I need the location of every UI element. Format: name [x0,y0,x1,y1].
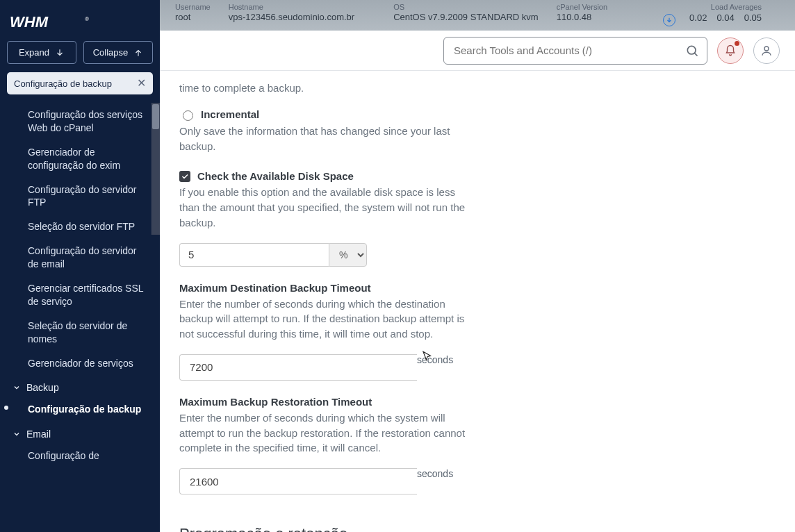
sidebar-item-service-mgr[interactable]: Gerenciador de serviços [13,351,156,376]
seconds-addon: seconds [417,468,471,494]
arrow-up-icon [133,48,143,58]
svg-text:WHM: WHM [10,13,49,31]
sidebar-item-email-server[interactable]: Configuração do servidor de email [13,239,156,276]
arrow-down-icon [55,48,65,58]
incremental-radio[interactable] [183,110,193,121]
sidebar-item-nameserver[interactable]: Seleção do servidor de nomes [13,314,156,351]
user-icon [760,44,773,57]
sidebar-item-ssl-certs[interactable]: Gerenciar certificados SSL de serviço [13,276,156,314]
status-load-averages: Load Averages 0.02 0.04 0.05 [663,3,762,25]
status-hostname: Hostname vps-123456.seudominio.com.br [229,3,354,22]
notifications-button[interactable] [717,38,744,64]
collapse-button[interactable]: Collapse [83,41,153,64]
expand-button[interactable]: Expand [7,41,76,64]
chevron-down-icon [13,430,21,438]
main-content: time to complete a backup. Incremental O… [160,71,688,532]
status-os: OS CentOS v7.9.2009 STANDARD kvm [393,3,539,22]
search-wrap [443,37,707,65]
notification-dot-icon [735,41,739,46]
dest-timeout-heading: Maximum Destination Backup Timeout [179,282,669,294]
incremental-hint: Only save the information that has chang… [179,124,478,154]
check-disk-hint: If you enable this option and the availa… [179,185,478,230]
sidebar-section-label: Email [26,429,51,440]
svg-point-2 [764,47,769,51]
dest-timeout-field: seconds [179,354,471,381]
seconds-addon: seconds [417,354,471,381]
status-strip: Username root Hostname vps-123456.seudom… [160,0,795,31]
load-15: 0.05 [744,13,762,25]
check-disk-checkbox[interactable] [179,171,190,182]
sidebar-nav: Configuração dos serviços Web do cPanel … [0,103,160,532]
sidebar-item-exim[interactable]: Gerenciador de configuração do exim [13,140,156,178]
restore-timeout-hint: Enter the number of seconds during which… [179,410,478,456]
load-down-icon [663,14,675,26]
breadcrumb-chip[interactable]: Configuração de backup ✕ [7,72,153,94]
active-dot-icon [4,406,8,410]
disk-threshold-unit[interactable]: % [329,243,367,267]
svg-point-1 [687,46,696,54]
expand-label: Expand [19,47,49,58]
restore-timeout-input[interactable] [179,468,417,494]
sidebar-item-backup-config[interactable]: Configuração de backup [13,397,156,422]
status-cpanel-version: cPanel Version 110.0.48 [557,3,607,22]
whm-logo: WHM ® [0,0,160,41]
bell-icon [724,44,737,57]
close-icon[interactable]: ✕ [137,78,146,89]
sidebar-item-ftp-config[interactable]: Configuração do servidor FTP [13,178,156,215]
sidebar-item-cpanel-web[interactable]: Configuração dos serviços Web do cPanel [13,103,156,140]
sidebar-section-email[interactable]: Email [13,422,156,444]
collapse-label: Collapse [93,47,129,58]
schedule-heading: Programação e retenção [179,525,669,532]
search-icon[interactable] [685,44,699,60]
disk-threshold-input[interactable] [179,243,329,267]
sidebar-section-backup[interactable]: Backup [13,375,156,397]
restore-timeout-field: seconds [179,468,471,494]
search-input[interactable] [443,37,707,65]
sidebar-item-ftp-select[interactable]: Seleção do servidor FTP [13,215,156,239]
restore-timeout-heading: Maximum Backup Restoration Timeout [179,396,669,408]
disk-threshold-field: % [179,243,353,267]
compressed-hint-tail: time to complete a backup. [179,81,478,96]
status-username: Username root [175,3,211,22]
load-5: 0.04 [716,13,734,25]
breadcrumb-label: Configuração de backup [14,78,112,89]
sidebar: WHM ® Expand Collapse Configuração de ba… [0,0,160,532]
dest-timeout-hint: Enter the number of seconds during which… [179,297,478,342]
check-disk-label: Check the Available Disk Space [197,170,354,182]
incremental-label: Incremental [201,108,259,120]
load-1: 0.02 [689,13,707,25]
sidebar-item-email-config[interactable]: Configuração de [13,444,156,468]
chevron-down-icon [13,383,21,392]
check-disk-row[interactable]: Check the Available Disk Space [179,170,669,182]
dest-timeout-input[interactable] [179,354,417,381]
account-button[interactable] [753,38,780,64]
backup-type-incremental[interactable]: Incremental [179,108,669,121]
sidebar-section-label: Backup [26,382,59,393]
toolbar [160,31,795,71]
